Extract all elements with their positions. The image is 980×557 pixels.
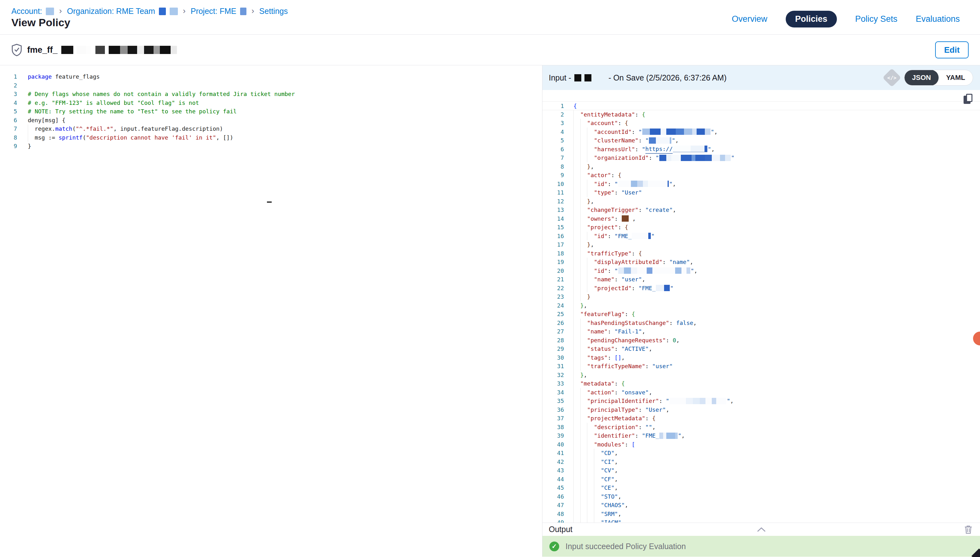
chevron-right-icon: › [182,6,187,16]
code-line: 6deny[msg] { [0,116,542,125]
redacted-account-name [46,8,54,15]
line-number: 35 [543,397,568,406]
output-title: Output [549,525,572,534]
copy-icon[interactable] [964,94,973,104]
code-line: 19"displayAttributeId": "name", [543,258,980,267]
tab-policy-sets[interactable]: Policy Sets [855,14,898,24]
line-number: 5 [0,107,20,116]
code-line: 8msg := sprintf("description cannot have… [0,133,542,142]
code-line: 48"SRM", [543,510,980,518]
line-number: 28 [543,336,568,345]
trash-icon[interactable] [964,525,972,534]
code-line: 4"accountId": "", [543,127,980,137]
rego-code: 1package feature_flags23# Deny flags who… [0,65,542,151]
line-number: 47 [543,501,568,510]
line-number: 20 [543,267,568,275]
code-line: 29"status": "ACTIVE", [543,345,980,353]
code-line: 30"tags": [], [543,353,980,362]
code-line: 7"organizationId": "" [543,153,980,162]
line-number: 46 [543,492,568,501]
line-number: 2 [0,81,20,90]
line-number: 24 [543,301,568,310]
code-line: 18"trafficType": { [543,249,980,258]
tab-evaluations[interactable]: Evaluations [916,14,960,24]
view-policy-page: Account: › Organization: RME Team › Proj… [0,0,980,557]
redacted-input-name [574,74,581,81]
line-number: 42 [543,458,568,466]
line-number: 6 [0,116,20,125]
editor-marker [267,202,272,203]
line-number: 7 [0,124,20,133]
code-line: 31"trafficTypeName": "user" [543,362,980,371]
tab-overview[interactable]: Overview [732,14,767,24]
line-number: 7 [543,153,568,162]
line-number: 16 [543,232,568,241]
tab-policies[interactable]: Policies [786,11,837,28]
line-number: 48 [543,510,568,518]
line-number: 8 [543,162,568,171]
redacted-org-name [159,8,166,15]
code-line: 10"id": "", [543,180,980,189]
redacted-policy-name [61,46,177,54]
code-line: 1{ [543,101,980,110]
breadcrumb-account-link[interactable]: Account: [11,7,42,16]
redacted-value [659,155,731,161]
line-number: 19 [543,258,568,267]
redacted-value [618,267,690,274]
chevron-right-icon: › [250,6,256,16]
breadcrumb-project-link[interactable]: Project: FME [191,7,236,16]
code-line: 6"harnessUrl": "https://", [543,145,980,154]
line-number: 49 [543,518,568,523]
input-json-editor[interactable]: 1{2"entityMetadata": {3"account": {4"acc… [543,90,980,523]
json-code: 1{2"entityMetadata": {3"account": {4"acc… [543,90,980,523]
breadcrumb-organization-link[interactable]: Organization: RME Team [67,7,155,16]
redacted-value [649,137,671,144]
line-number: 18 [543,249,568,258]
line-number: 44 [543,475,568,484]
code-line: 32}, [543,371,980,379]
line-number: 3 [543,119,568,127]
code-line: 36"principalType": "User", [543,406,980,414]
line-number: 27 [543,327,568,336]
redacted-value [656,285,670,291]
code-line: 13"changeTrigger": "create", [543,205,980,214]
code-line: 22"projectId": "FME_" [543,284,980,293]
code-line: 3"account": { [543,119,980,127]
policy-code-editor[interactable]: 1package feature_flags23# Deny flags who… [0,65,542,557]
top-nav: Overview Policies Policy Sets Evaluation… [732,11,960,28]
json-toggle-button[interactable]: JSON [905,70,939,86]
line-number: 3 [0,90,20,99]
input-panel-header: Input - - On Save (2/5/2026, 6:37:26 AM)… [543,65,980,90]
line-number: 14 [543,214,568,223]
line-number: 17 [543,240,568,249]
code-view-icon[interactable]: </> [882,68,901,87]
code-line: 27"name": "Fail-1", [543,327,980,336]
line-number: 8 [0,133,20,142]
line-number: 25 [543,310,568,319]
code-line: 2 [0,81,542,90]
line-number: 40 [543,440,568,449]
line-number: 1 [543,102,568,110]
input-header-actions: </> JSON YAML [885,70,973,86]
line-number: 5 [543,136,568,145]
line-number: 32 [543,371,568,379]
line-number: 39 [543,431,568,440]
code-line: 37"projectMetadata": { [543,414,980,423]
line-number: 45 [543,484,568,492]
yaml-toggle-button[interactable]: YAML [939,70,973,86]
collapse-output-icon[interactable] [757,527,766,533]
page-header: Account: › Organization: RME Team › Proj… [0,0,980,35]
edit-button[interactable]: Edit [935,41,969,59]
code-line: 2"entityMetadata": { [543,110,980,119]
format-toggle: JSON YAML [904,70,973,86]
breadcrumb-settings-link[interactable]: Settings [259,7,288,16]
code-line: 45"CE", [543,484,980,492]
redacted-project-name [240,8,246,15]
redacted-value [659,433,678,439]
code-line: 40"modules": [ [543,440,980,449]
line-number: 34 [543,388,568,397]
input-label: Input - [549,73,571,82]
line-number: 30 [543,353,568,362]
input-timestamp: - On Save (2/5/2026, 6:37:26 AM) [608,73,727,82]
code-line: 21"name": "user", [543,275,980,284]
